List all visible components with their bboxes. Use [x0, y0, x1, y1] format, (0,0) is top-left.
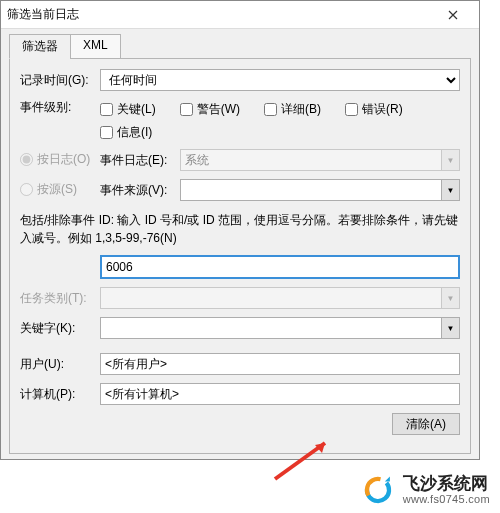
event-log-combo: 系统: [180, 149, 460, 171]
window-title: 筛选当前日志: [7, 6, 79, 23]
watermark-logo-icon: [361, 473, 395, 507]
watermark-title: 飞沙系统网: [403, 475, 490, 494]
event-source-dropdown-button[interactable]: ▼: [441, 180, 459, 200]
user-input[interactable]: [100, 353, 460, 375]
event-source-combo[interactable]: [180, 179, 460, 201]
tab-xml[interactable]: XML: [70, 34, 121, 59]
titlebar: 筛选当前日志: [1, 1, 479, 29]
clear-button[interactable]: 清除(A): [392, 413, 460, 435]
computer-input[interactable]: [100, 383, 460, 405]
row-computer: 计算机(P):: [20, 383, 460, 405]
level-checkbox-group: 关键(L) 警告(W) 详细(B) 错误(R) 信息(I): [100, 99, 460, 141]
label-event-level: 事件级别:: [20, 99, 100, 116]
label-computer: 计算机(P):: [20, 386, 100, 403]
checkbox-warning[interactable]: 警告(W): [180, 101, 240, 118]
watermark-url: www.fs0745.com: [403, 493, 490, 505]
checkbox-critical[interactable]: 关键(L): [100, 101, 156, 118]
label-logged: 记录时间(G):: [20, 72, 100, 89]
label-event-source: 事件来源(V):: [100, 182, 172, 199]
row-task-category: 任务类别(T): ▼: [20, 287, 460, 309]
label-keywords: 关键字(K):: [20, 320, 100, 337]
row-logged: 记录时间(G): 任何时间: [20, 69, 460, 91]
task-category-dropdown-button: ▼: [441, 288, 459, 308]
button-row: 清除(A): [20, 413, 460, 435]
keywords-combo[interactable]: [100, 317, 460, 339]
checkbox-information[interactable]: 信息(I): [100, 124, 152, 141]
event-log-dropdown-button: ▼: [441, 150, 459, 170]
label-task-category: 任务类别(T):: [20, 290, 100, 307]
annotation-arrow-icon: [270, 431, 340, 481]
task-category-combo: [100, 287, 460, 309]
label-event-log: 事件日志(E):: [100, 152, 172, 169]
close-icon: [448, 10, 458, 20]
event-id-help-text: 包括/排除事件 ID: 输入 ID 号和/或 ID 范围，使用逗号分隔。若要排除…: [20, 211, 460, 247]
client-area: 筛选器 XML 记录时间(G): 任何时间 事件级别: 关键(L) 警告(W): [1, 29, 479, 459]
row-user: 用户(U):: [20, 353, 460, 375]
close-button[interactable]: [433, 3, 473, 27]
row-keywords: 关键字(K): ▼: [20, 317, 460, 339]
row-by-source: 按源(S) 事件来源(V): ▼: [20, 179, 460, 201]
checkbox-verbose[interactable]: 详细(B): [264, 101, 321, 118]
event-id-input[interactable]: [100, 255, 460, 279]
label-user: 用户(U):: [20, 356, 100, 373]
dialog-window: 筛选当前日志 筛选器 XML 记录时间(G): 任何时间 事件级别:: [0, 0, 480, 460]
tab-strip: 筛选器 XML: [9, 34, 471, 59]
row-by-log: 按日志(O) 事件日志(E): 系统 ▼: [20, 149, 460, 171]
tab-filter[interactable]: 筛选器: [9, 34, 71, 59]
watermark: 飞沙系统网 www.fs0745.com: [361, 473, 490, 507]
radio-by-log: 按日志(O): [20, 151, 90, 168]
keywords-dropdown-button[interactable]: ▼: [441, 318, 459, 338]
watermark-text: 飞沙系统网 www.fs0745.com: [403, 475, 490, 506]
row-event-level: 事件级别: 关键(L) 警告(W) 详细(B) 错误(R) 信息(I): [20, 99, 460, 141]
row-event-id: [20, 255, 460, 279]
radio-by-source: 按源(S): [20, 181, 77, 198]
checkbox-error[interactable]: 错误(R): [345, 101, 403, 118]
tab-panel: 记录时间(G): 任何时间 事件级别: 关键(L) 警告(W) 详细(B) 错误…: [9, 58, 471, 454]
logged-select[interactable]: 任何时间: [100, 69, 460, 91]
